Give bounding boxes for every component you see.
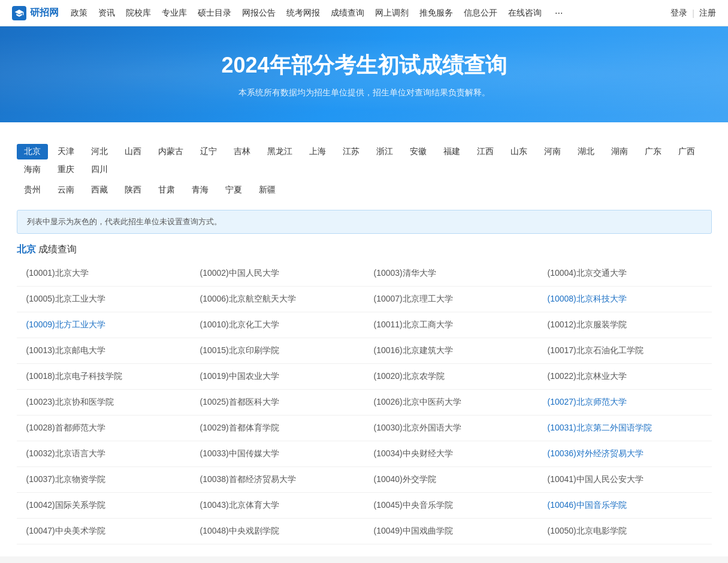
table-row: (10001)北京大学(10002)中国人民大学(10003)清华大学(1000… [17, 261, 712, 287]
login-link[interactable]: 登录 [670, 8, 687, 19]
nav-majors[interactable]: 专业库 [162, 8, 187, 19]
nav-scores[interactable]: 成绩查询 [331, 8, 364, 19]
region-tabs: 北京 天津 河北 山西 内蒙古 辽宁 吉林 黑龙江 上海 江苏 浙江 安徽 福建… [17, 134, 712, 182]
nav-consult[interactable]: 在线咨询 [508, 8, 542, 19]
nav-adjustment[interactable]: 网上调剂 [375, 8, 409, 19]
region-tab-hunan[interactable]: 湖南 [604, 144, 635, 159]
logo-icon [12, 6, 26, 20]
region-tab-qinghai[interactable]: 青海 [185, 182, 216, 198]
university-cell: (10049)中国戏曲学院 [364, 519, 538, 544]
university-link[interactable]: (10036)对外经济贸易大学 [548, 448, 644, 458]
nav-policy[interactable]: 政策 [71, 8, 87, 19]
university-cell: (10012)北京服装学院 [538, 312, 712, 338]
university-cell: (10047)中央美术学院 [17, 519, 191, 544]
table-row: (10042)国际关系学院(10043)北京体育大学(10045)中央音乐学院(… [17, 493, 712, 519]
region-tab-neimenggu[interactable]: 内蒙古 [151, 144, 191, 159]
university-cell: (10022)北京林业大学 [538, 364, 712, 390]
region-tabs-2: 贵州 云南 西藏 陕西 甘肃 青海 宁夏 新疆 [17, 182, 712, 203]
region-tab-jiangxi[interactable]: 江西 [470, 144, 501, 159]
region-tab-heilongjiang[interactable]: 黑龙江 [260, 144, 300, 159]
register-link[interactable]: 注册 [699, 8, 716, 19]
region-tab-chongqing[interactable]: 重庆 [50, 162, 81, 177]
university-cell: (10003)清华大学 [364, 261, 538, 287]
nav-more-icon[interactable]: ··· [555, 8, 563, 19]
region-tab-guizhou[interactable]: 贵州 [17, 182, 48, 198]
region-tab-xizang[interactable]: 西藏 [84, 182, 115, 198]
info-box: 列表中显示为灰色的，代表此招生单位未设置查询方式。 [17, 210, 712, 234]
university-cell: (10050)北京电影学院 [538, 519, 712, 544]
region-tab-hebei[interactable]: 河北 [84, 144, 115, 159]
university-cell: (10020)北京农学院 [364, 364, 538, 390]
university-cell: (10038)首都经济贸易大学 [191, 467, 364, 493]
university-cell: (10041)中国人民公安大学 [538, 467, 712, 493]
region-tab-tianjin[interactable]: 天津 [50, 144, 81, 159]
region-tab-guangxi[interactable]: 广西 [671, 144, 702, 159]
nav-exam-report[interactable]: 统考网报 [286, 8, 320, 19]
main-content: 北京 天津 河北 山西 内蒙古 辽宁 吉林 黑龙江 上海 江苏 浙江 安徽 福建… [5, 122, 724, 556]
university-cell: (10004)北京交通大学 [538, 261, 712, 287]
university-cell: (10005)北京工业大学 [17, 287, 191, 312]
university-cell: (10034)中央财经大学 [364, 441, 538, 467]
university-cell-link[interactable]: (10008)北京科技大学 [538, 287, 712, 312]
region-tab-shandong[interactable]: 山东 [503, 144, 534, 159]
university-cell: (10029)首都体育学院 [191, 416, 364, 441]
region-tab-henan[interactable]: 河南 [537, 144, 568, 159]
nav-info[interactable]: 信息公开 [464, 8, 497, 19]
hero-banner: 2024年部分考生初试成绩查询 本系统所有数据均为招生单位提供，招生单位对查询结… [0, 26, 728, 122]
university-cell: (10043)北京体育大学 [191, 493, 364, 519]
table-row: (10037)北京物资学院(10038)首都经济贸易大学(10040)外交学院(… [17, 467, 712, 493]
university-link[interactable]: (10008)北京科技大学 [548, 294, 627, 303]
site-logo[interactable]: 研招网 [12, 6, 59, 20]
university-cell: (10018)北京电子科技学院 [17, 364, 191, 390]
region-tab-jiangsu[interactable]: 江苏 [336, 144, 367, 159]
nav-bar: 研招网 政策 资讯 院校库 专业库 硕士目录 网报公告 统考网报 成绩查询 网上… [0, 0, 728, 26]
region-tab-beijing[interactable]: 北京 [17, 144, 48, 159]
region-tab-jilin[interactable]: 吉林 [226, 144, 258, 159]
region-tab-liaoning[interactable]: 辽宁 [193, 144, 224, 159]
logo-text: 研招网 [30, 7, 59, 19]
university-link[interactable]: (10046)中国音乐学院 [548, 500, 627, 510]
region-tab-hainan[interactable]: 海南 [17, 162, 48, 177]
region-tab-zhejiang[interactable]: 浙江 [369, 144, 400, 159]
university-cell: (10037)北京物资学院 [17, 467, 191, 493]
nav-catalog[interactable]: 硕士目录 [198, 8, 231, 19]
university-link[interactable]: (10031)北京第二外国语学院 [548, 423, 652, 432]
university-table: (10001)北京大学(10002)中国人民大学(10003)清华大学(1000… [17, 261, 712, 544]
university-cell: (10002)中国人民大学 [191, 261, 364, 287]
section-region: 北京 [17, 244, 36, 254]
nav-exempt[interactable]: 推免服务 [419, 8, 453, 19]
university-cell-link[interactable]: (10031)北京第二外国语学院 [538, 416, 712, 441]
nav-announce[interactable]: 网报公告 [242, 8, 276, 19]
region-tab-yunnan[interactable]: 云南 [50, 182, 81, 198]
university-cell: (10025)首都医科大学 [191, 390, 364, 416]
university-link[interactable]: (10027)北京师范大学 [548, 397, 627, 407]
table-row: (10009)北方工业大学(10010)北京化工大学(10011)北京工商大学(… [17, 312, 712, 338]
university-cell: (10030)北京外国语大学 [364, 416, 538, 441]
university-link[interactable]: (10009)北方工业大学 [26, 320, 105, 329]
university-cell: (10040)外交学院 [364, 467, 538, 493]
university-cell: (10017)北京石油化工学院 [538, 338, 712, 364]
region-tab-sichuan[interactable]: 四川 [84, 162, 115, 177]
region-tab-anhui[interactable]: 安徽 [403, 144, 434, 159]
region-tab-xinjiang[interactable]: 新疆 [252, 182, 283, 198]
university-cell-link[interactable]: (10036)对外经济贸易大学 [538, 441, 712, 467]
region-tab-fujian[interactable]: 福建 [436, 144, 467, 159]
university-cell-link[interactable]: (10009)北方工业大学 [17, 312, 191, 338]
region-tab-guangdong[interactable]: 广东 [638, 144, 669, 159]
region-tab-gansu[interactable]: 甘肃 [151, 182, 182, 198]
nav-schools[interactable]: 院校库 [126, 8, 151, 19]
region-tab-shanghai[interactable]: 上海 [302, 144, 333, 159]
university-cell: (10006)北京航空航天大学 [191, 287, 364, 312]
region-tab-shanxi[interactable]: 山西 [117, 144, 149, 159]
nav-links: 政策 资讯 院校库 专业库 硕士目录 网报公告 统考网报 成绩查询 网上调剂 推… [71, 8, 670, 19]
table-row: (10032)北京语言大学(10033)中国传媒大学(10034)中央财经大学(… [17, 441, 712, 467]
region-tab-ningxia[interactable]: 宁夏 [218, 182, 249, 198]
university-cell-link[interactable]: (10046)中国音乐学院 [538, 493, 712, 519]
university-cell: (10042)国际关系学院 [17, 493, 191, 519]
region-tab-hubei[interactable]: 湖北 [570, 144, 602, 159]
region-tab-shaanxi[interactable]: 陕西 [117, 182, 149, 198]
table-row: (10005)北京工业大学(10006)北京航空航天大学(10007)北京理工大… [17, 287, 712, 312]
university-cell: (10033)中国传媒大学 [191, 441, 364, 467]
university-cell-link[interactable]: (10027)北京师范大学 [538, 390, 712, 416]
nav-news[interactable]: 资讯 [98, 8, 115, 19]
